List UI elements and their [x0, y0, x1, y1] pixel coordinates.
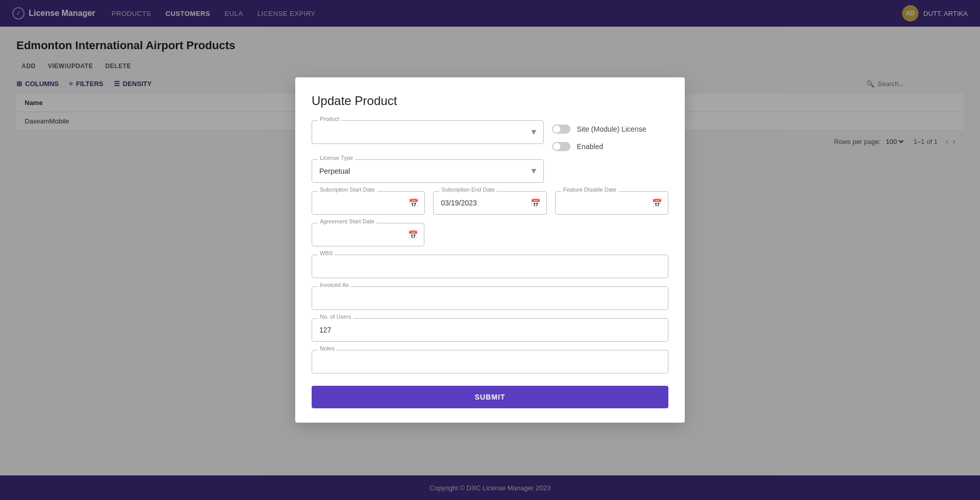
feature-disable-input[interactable]	[555, 191, 668, 215]
agreement-start-field: Agreement Start Date 📅	[312, 223, 424, 246]
no-of-users-label: No. of Users	[318, 314, 353, 320]
modal-title: Update Product	[312, 94, 668, 108]
enabled-toggle[interactable]	[552, 142, 570, 151]
license-type-label: License Type	[318, 155, 355, 161]
toggle-enabled: Enabled	[552, 142, 668, 151]
toggle-row: Site (Module) License Enabled	[552, 120, 668, 151]
agreement-start-label: Agreement Start Date	[318, 218, 376, 224]
form-row-license-type: License Type Perpetual Subscription Tria…	[312, 159, 668, 183]
invoiced-as-field: Invoiced As	[312, 286, 668, 310]
site-module-toggle[interactable]	[552, 124, 570, 134]
subscription-end-field: Subcription End Date 📅	[433, 191, 546, 215]
product-label: Product	[318, 116, 341, 122]
no-of-users-field: No. of Users	[312, 318, 668, 342]
product-select-wrapper: ▼	[312, 120, 544, 144]
form-row-dates: Subcription Start Date 📅 Subcription End…	[312, 191, 668, 215]
subscription-end-label: Subcription End Date	[439, 186, 497, 193]
notes-label: Notes	[318, 345, 337, 351]
wbs-input[interactable]	[312, 255, 668, 278]
product-field: Product ▼	[312, 120, 544, 144]
license-type-select-wrapper: Perpetual Subscription Trial ▼	[312, 159, 544, 183]
subscription-start-input[interactable]	[312, 191, 425, 215]
license-type-select[interactable]: Perpetual Subscription Trial	[312, 159, 544, 183]
modal-overlay: Update Product Product ▼ Site (Module) L…	[0, 0, 980, 500]
notes-field: Notes	[312, 350, 668, 373]
form-row-invoiced: Invoiced As	[312, 286, 668, 310]
enabled-label: Enabled	[577, 142, 603, 151]
form-row-agreement: Agreement Start Date 📅	[312, 223, 424, 246]
form-row-notes: Notes	[312, 350, 668, 373]
toggle-site: Site (Module) License	[552, 124, 668, 134]
form-row-product: Product ▼ Site (Module) License Enabled	[312, 120, 668, 151]
form-row-wbs: WBS	[312, 255, 668, 278]
subscription-start-field: Subcription Start Date 📅	[312, 191, 425, 215]
feature-disable-field: Feature Disable Date 📅	[555, 191, 668, 215]
invoiced-as-label: Invoiced As	[318, 282, 351, 288]
feature-disable-label: Feature Disable Date	[561, 186, 619, 193]
invoiced-as-input[interactable]	[312, 286, 668, 310]
site-module-label: Site (Module) License	[577, 125, 646, 133]
subscription-start-label: Subcription Start Date	[318, 186, 377, 193]
submit-button[interactable]: SUBMIT	[312, 386, 668, 408]
modal: Update Product Product ▼ Site (Module) L…	[295, 77, 685, 423]
wbs-label: WBS	[318, 250, 335, 256]
notes-input[interactable]	[312, 350, 668, 373]
license-type-field: License Type Perpetual Subscription Tria…	[312, 159, 544, 183]
wbs-field: WBS	[312, 255, 668, 278]
product-select[interactable]	[312, 120, 544, 144]
form-row-users: No. of Users	[312, 318, 668, 342]
subscription-end-input[interactable]	[433, 191, 546, 215]
no-of-users-input[interactable]	[312, 318, 668, 342]
agreement-start-input[interactable]	[312, 223, 424, 246]
